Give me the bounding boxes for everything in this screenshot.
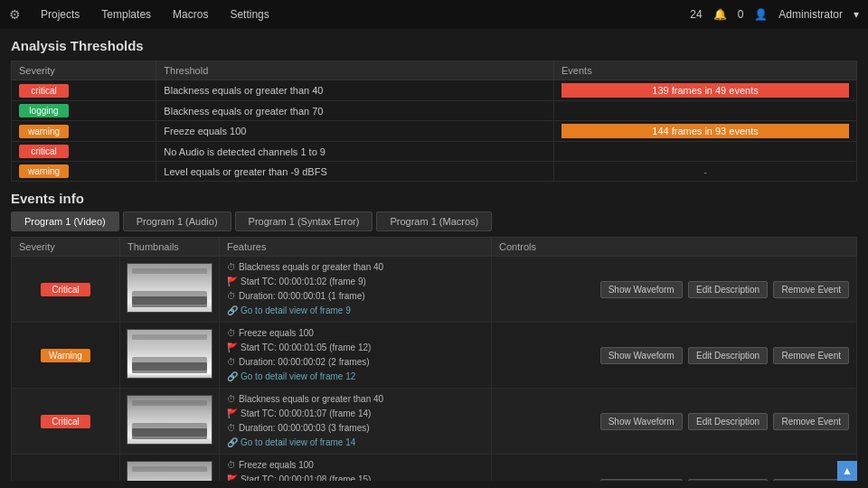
badge-count: 24 bbox=[690, 8, 702, 21]
event-severity-2: Critical bbox=[12, 389, 120, 455]
edit-description-button[interactable]: Edit Description bbox=[688, 413, 768, 430]
feature-item: ⏱Freeze equals 100 bbox=[227, 326, 484, 341]
feature-item: 🚩Start TC: 00:00:01:07 (frame 14) bbox=[227, 407, 484, 421]
show-waveform-button[interactable]: Show Waveform bbox=[600, 479, 683, 482]
show-waveform-button[interactable]: Show Waveform bbox=[600, 413, 683, 430]
show-waveform-button[interactable]: Show Waveform bbox=[600, 347, 683, 364]
link-icon: 🔗 bbox=[227, 305, 238, 315]
feature-icon: ⏱ bbox=[227, 328, 236, 338]
feature-link-text[interactable]: Go to detail view of frame 12 bbox=[241, 371, 355, 381]
col-features-header: Features bbox=[220, 238, 492, 257]
scroll-up-button[interactable]: ▲ bbox=[837, 461, 857, 481]
thumb-image bbox=[127, 329, 212, 379]
nav-settings[interactable]: Settings bbox=[221, 5, 278, 24]
feature-text: Duration: 00:00:00:03 (3 frames) bbox=[239, 423, 370, 433]
tab-1[interactable]: Program 1 (Audio) bbox=[123, 211, 231, 231]
feature-icon: ⏱ bbox=[227, 262, 236, 272]
threshold-text-0: Blackness equals or greater than 40 bbox=[156, 80, 554, 101]
feature-text: Start TC: 00:00:01:02 (frame 9) bbox=[241, 277, 366, 286]
feature-icon: ⏱ bbox=[227, 357, 236, 367]
edit-description-button[interactable]: Edit Description bbox=[688, 281, 768, 298]
nav-templates[interactable]: Templates bbox=[92, 5, 160, 24]
event-thumbnail-2 bbox=[120, 389, 220, 455]
link-icon: 🔗 bbox=[227, 437, 238, 447]
severity-badge: warning bbox=[19, 125, 69, 138]
event-severity-badge: Warning bbox=[41, 349, 90, 362]
thumb-image bbox=[127, 395, 212, 445]
feature-icon: 🚩 bbox=[227, 474, 238, 481]
event-severity-badge: Warning bbox=[41, 481, 90, 482]
remove-event-button[interactable]: Remove Event bbox=[773, 347, 849, 364]
event-thumbnail-1 bbox=[120, 323, 220, 389]
feature-icon: ⏱ bbox=[227, 460, 236, 470]
feature-link-text[interactable]: Go to detail view of frame 14 bbox=[241, 437, 355, 447]
feature-link-text[interactable]: Go to detail view of frame 9 bbox=[241, 305, 351, 315]
events-info-title: Events info bbox=[11, 191, 857, 206]
tab-3[interactable]: Program 1 (Macros) bbox=[376, 211, 492, 231]
thumb-image bbox=[127, 461, 212, 481]
link-icon: 🔗 bbox=[227, 371, 238, 381]
nav-projects[interactable]: Projects bbox=[32, 5, 89, 24]
events-table: Severity Thumbnails Features Controls Cr… bbox=[11, 237, 857, 481]
tab-0[interactable]: Program 1 (Video) bbox=[11, 211, 119, 231]
edit-description-button[interactable]: Edit Description bbox=[688, 347, 768, 364]
severity-badge: critical bbox=[19, 84, 69, 98]
notif-count: 0 bbox=[738, 8, 744, 21]
threshold-severity-0: critical bbox=[12, 80, 156, 101]
feature-item: ⏱Duration: 00:00:00:02 (2 frames) bbox=[227, 355, 484, 370]
feature-icon: ⏱ bbox=[227, 423, 236, 433]
feature-text: Freeze equals 100 bbox=[239, 328, 314, 338]
user-label[interactable]: Administrator bbox=[778, 8, 843, 21]
feature-link[interactable]: 🔗Go to detail view of frame 14 bbox=[227, 436, 484, 450]
col-severity: Severity bbox=[12, 61, 156, 80]
remove-event-button[interactable]: Remove Event bbox=[773, 281, 849, 298]
event-controls-2: Show Waveform Edit Description Remove Ev… bbox=[491, 389, 856, 455]
show-waveform-button[interactable]: Show Waveform bbox=[600, 281, 683, 298]
col-severity-header: Severity bbox=[12, 238, 120, 257]
bell-icon[interactable]: 🔔 bbox=[713, 8, 727, 21]
event-controls-3: Show Waveform Edit Description Remove Ev… bbox=[491, 455, 856, 482]
user-icon: 👤 bbox=[754, 8, 768, 21]
feature-link[interactable]: 🔗Go to detail view of frame 9 bbox=[227, 304, 484, 318]
feature-text: Start TC: 00:00:01:08 (frame 15) bbox=[241, 474, 371, 481]
col-events: Events bbox=[554, 61, 857, 80]
event-features-3: ⏱Freeze equals 100🚩Start TC: 00:00:01:08… bbox=[220, 455, 492, 482]
threshold-severity-3: critical bbox=[12, 142, 156, 162]
feature-item: 🚩Start TC: 00:00:01:08 (frame 15) bbox=[227, 473, 484, 481]
col-threshold: Threshold bbox=[156, 61, 554, 80]
threshold-text-2: Freeze equals 100 bbox=[156, 121, 554, 142]
event-severity-3: Warning bbox=[12, 455, 120, 482]
severity-badge: warning bbox=[19, 164, 69, 178]
feature-item: ⏱Blackness equals or greater than 40 bbox=[227, 392, 484, 407]
feature-icon: 🚩 bbox=[227, 408, 238, 418]
gear-icon[interactable]: ⚙ bbox=[9, 7, 21, 22]
threshold-events-4: - bbox=[554, 162, 857, 182]
event-severity-1: Warning bbox=[12, 323, 120, 389]
tab-2[interactable]: Program 1 (Syntax Error) bbox=[235, 211, 373, 231]
threshold-severity-4: warning bbox=[12, 162, 156, 182]
feature-item: ⏱Duration: 00:00:00:01 (1 frame) bbox=[227, 289, 484, 304]
severity-badge: logging bbox=[19, 104, 69, 117]
edit-description-button[interactable]: Edit Description bbox=[688, 479, 768, 482]
feature-icon: ⏱ bbox=[227, 291, 236, 301]
feature-text: Blackness equals or greater than 40 bbox=[239, 394, 383, 404]
feature-item: ⏱Blackness equals or greater than 40 bbox=[227, 260, 484, 275]
feature-icon: 🚩 bbox=[227, 343, 238, 352]
nav-right: 24 🔔 0 👤 Administrator ▾ bbox=[690, 8, 859, 21]
remove-event-button[interactable]: Remove Event bbox=[773, 413, 849, 430]
col-controls-header: Controls bbox=[491, 238, 856, 257]
analysis-thresholds-title: Analysis Thresholds bbox=[11, 38, 857, 53]
user-dropdown-icon[interactable]: ▾ bbox=[854, 8, 859, 21]
feature-link[interactable]: 🔗Go to detail view of frame 12 bbox=[227, 370, 484, 384]
feature-item: ⏱Freeze equals 100 bbox=[227, 458, 484, 473]
event-controls-1: Show Waveform Edit Description Remove Ev… bbox=[491, 323, 856, 389]
threshold-text-3: No Audio is detected channels 1 to 9 bbox=[156, 142, 554, 162]
feature-text: Duration: 00:00:00:01 (1 frame) bbox=[239, 291, 365, 301]
nav-macros[interactable]: Macros bbox=[164, 5, 217, 24]
feature-text: Start TC: 00:00:01:07 (frame 14) bbox=[241, 408, 371, 418]
event-severity-badge: Critical bbox=[41, 283, 90, 296]
thumb-image bbox=[127, 263, 212, 313]
severity-badge: critical bbox=[19, 145, 69, 158]
threshold-events-2: 144 frames in 93 events bbox=[554, 121, 857, 142]
top-navigation: ⚙ Projects Templates Macros Settings 24 … bbox=[0, 0, 868, 29]
